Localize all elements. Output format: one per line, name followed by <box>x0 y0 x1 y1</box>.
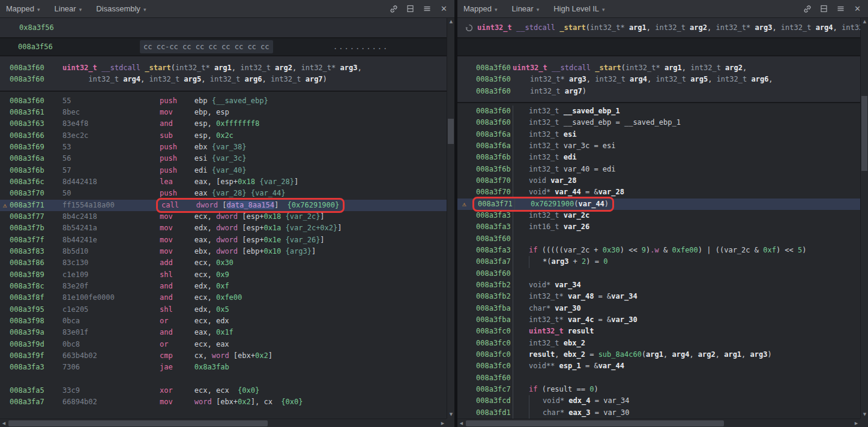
split-pane-icon[interactable] <box>819 4 828 13</box>
asm-row[interactable]: 008a3f95c1e205shl edx, 0x5 <box>0 304 447 315</box>
scrollbar-thumb[interactable] <box>8 420 268 426</box>
asm-row[interactable]: 008a3f8f81e100fe0000and ecx, 0xfe00 <box>0 292 447 303</box>
scroll-down-arrow[interactable] <box>447 411 454 419</box>
asm-row[interactable]: 008a3f8683c130add ecx, 0x30 <box>0 257 447 269</box>
hlil-signature-row[interactable]: 008a3f60uint32_t __stdcall _start(int32_… <box>457 62 860 74</box>
hlil-row[interactable]: 008a3fc0int32_t ebx_2 <box>457 338 860 349</box>
view-menu-linear[interactable]: Linear <box>512 4 540 13</box>
scroll-left-arrow[interactable] <box>457 419 465 427</box>
hlil-row[interactable]: 008a3fcdvoid* edx_4 = var_34 <box>457 395 860 407</box>
hlil-row[interactable]: 008a3f6aint32_t var_3c = esi <box>457 140 860 152</box>
hlil-row[interactable]: 008a3fa7*(arg3 + 2) = 0 <box>457 256 860 267</box>
view-menu-mapped[interactable]: Mapped <box>6 4 40 13</box>
asm-row[interactable] <box>0 374 447 385</box>
hlil-row[interactable]: 008a3fbachar* var_30 <box>457 303 860 314</box>
menu-icon[interactable] <box>836 4 845 13</box>
hexdump-row[interactable]: 008a3f56 cc cc-cc cc cc cc cc cc cc cc .… <box>0 38 447 56</box>
hlil-row[interactable]: 008a3fc0result, ebx_2 = sub_8a4c60(arg1,… <box>457 349 860 360</box>
hlil-row[interactable]: 008a3f60 <box>457 233 860 245</box>
horizontal-scrollbar[interactable] <box>0 419 447 427</box>
hlil-row[interactable]: 008a3f60int32_t __saved_ebp = __saved_eb… <box>457 117 860 128</box>
hlil-row[interactable]: 008a3fa3if (((((var_2c + 0x30) << 9).w &… <box>457 245 860 256</box>
context-address-row[interactable]: 0x8a3f56 <box>0 18 447 38</box>
asm-row[interactable]: 008a3f89c1e109shl ecx, 0x9 <box>0 269 447 281</box>
sticky-function-signature[interactable]: uint32_t __stdcall _start(int32_t* arg1,… <box>457 18 860 38</box>
token: char* <box>543 408 564 417</box>
view-menu-hlil[interactable]: High Level IL <box>553 4 604 13</box>
hlil-signature-row[interactable]: 008a3f60 int32_t arg7) <box>457 86 860 97</box>
token: __stdcall <box>516 23 555 32</box>
close-icon[interactable]: ✕ <box>853 4 862 13</box>
asm-row[interactable]: ⚠008a3f71ff1554a18a00call dword [data_8a… <box>0 200 447 211</box>
asm-row[interactable]: 008a3f8c83e20fand edx, 0xf <box>0 281 447 292</box>
reanalyze-icon[interactable] <box>465 24 477 32</box>
scrollbar-thumb[interactable] <box>861 96 867 171</box>
hlil-row[interactable]: 008a3fb2int32_t* var_48 = &var_34 <box>457 291 860 302</box>
hlil-row[interactable]: 008a3fb2void* var_34 <box>457 279 860 291</box>
close-icon[interactable]: ✕ <box>439 4 448 13</box>
hlil-row[interactable]: 008a3f6bint32_t var_40 = edi <box>457 164 860 175</box>
asm-row[interactable]: 008a3f6953push ebx {var_38} <box>0 142 447 153</box>
view-menu-linear[interactable]: Linear <box>55 4 82 13</box>
asm-row[interactable]: 008a3f6a56push esi {var_3c} <box>0 153 447 164</box>
hlil-row[interactable]: ⚠008a3f710x76291900(var_44) <box>457 199 860 210</box>
asm-row[interactable]: 008a3f6683ec2csub esp, 0x2c <box>0 130 447 142</box>
hlil-row[interactable]: 008a3f60 <box>457 268 860 279</box>
asm-row[interactable]: 008a3f618becmov ebp, esp <box>0 107 447 118</box>
hlil-row[interactable]: 008a3f6aint32_t esi <box>457 129 860 140</box>
token: if <box>529 246 537 254</box>
view-menu-mapped[interactable]: Mapped <box>463 4 498 13</box>
hlil-text: char* var_30 <box>529 304 581 312</box>
scroll-up-arrow[interactable] <box>447 18 454 26</box>
asm-row[interactable]: 008a3f6c8d442418lea eax, [esp+0x18 {var_… <box>0 176 447 188</box>
token: int32_t <box>210 75 241 83</box>
asm-row[interactable]: 008a3fa533c9xor ecx, ecx {0x0} <box>0 385 447 396</box>
scrollbar-thumb[interactable] <box>448 119 454 144</box>
scroll-right-arrow[interactable] <box>439 419 447 427</box>
hlil-row[interactable]: 008a3fd1char* eax_3 = var_30 <box>457 407 860 419</box>
asm-signature-row[interactable]: 008a3f60uint32_t __stdcall _start(int32_… <box>0 62 447 74</box>
asm-row[interactable]: 008a3fa37306jae 0x8a3fab <box>0 362 447 373</box>
scroll-left-arrow[interactable] <box>0 419 8 427</box>
asm-row[interactable]: 008a3f7f8b44241emov eax, dword [esp+0x1e… <box>0 234 447 246</box>
hlil-row[interactable]: 008a3fc7if (result == 0) <box>457 384 860 395</box>
vertical-scrollbar[interactable] <box>860 18 868 419</box>
view-menu-disassembly[interactable]: Disassembly <box>96 4 146 13</box>
asm-row[interactable]: 008a3f6b57push edi {var_40} <box>0 165 447 176</box>
scroll-up-arrow[interactable] <box>861 18 868 26</box>
vertical-scrollbar[interactable] <box>447 18 454 419</box>
asm-row[interactable]: 008a3f9d0bc8or ecx, eax <box>0 339 447 350</box>
asm-signature-row[interactable]: 008a3f60 int32_t arg4, int32_t arg5, int… <box>0 74 447 85</box>
hlil-row[interactable]: 008a3f60 <box>457 372 860 384</box>
hlil-row[interactable]: 008a3fc0void** esp_1 = &var_44 <box>457 360 860 372</box>
asm-row[interactable]: 008a3f838b5d10mov ebx, dword [ebp+0x10 {… <box>0 246 447 257</box>
asm-row[interactable]: 008a3f980bcaor ecx, edx <box>0 315 447 327</box>
hlil-row[interactable]: 008a3f6bint32_t edi <box>457 152 860 163</box>
asm-row[interactable]: 008a3fa766894b02mov word [ebx+0x2], cx {… <box>0 396 447 408</box>
hlil-row[interactable]: 008a3fbaint32_t* var_4c = &var_30 <box>457 314 860 326</box>
asm-row[interactable]: 008a3f7b8b54241amov edx, dword [esp+0x1a… <box>0 222 447 234</box>
hlil-row[interactable]: 008a3fa3int16_t var_26 <box>457 221 860 233</box>
scrollbar-thumb[interactable] <box>466 420 724 426</box>
hlil-signature-row[interactable]: 008a3f60 int32_t* arg3, int32_t arg4, in… <box>457 74 860 85</box>
menu-icon[interactable] <box>423 4 432 13</box>
horizontal-scrollbar[interactable] <box>457 419 860 427</box>
hlil-row[interactable]: 008a3f60int32_t __saved_ebp_1 <box>457 106 860 117</box>
hlil-row[interactable]: 008a3fc0uint32_t result <box>457 326 860 337</box>
link-icon[interactable] <box>389 4 398 13</box>
hex-bytes[interactable]: cc cc-cc cc cc cc cc cc cc cc <box>140 40 273 53</box>
asm-row[interactable]: 008a3f9a83e01fand eax, 0x1f <box>0 327 447 338</box>
token <box>173 363 194 371</box>
split-pane-icon[interactable] <box>406 4 415 13</box>
scroll-down-arrow[interactable] <box>861 411 868 419</box>
asm-row[interactable]: 008a3f9f663b4b02cmp cx, word [ebx+0x2] <box>0 350 447 362</box>
asm-row[interactable]: 008a3f6383e4f8and esp, 0xfffffff8 <box>0 118 447 130</box>
hlil-row[interactable]: 008a3f70void var_28 <box>457 175 860 187</box>
token: dword <box>216 212 238 221</box>
token: var_40 = edi <box>559 165 616 173</box>
scroll-right-arrow[interactable] <box>852 419 860 427</box>
token: 0x2c <box>216 131 234 140</box>
asm-row[interactable]: 008a3f6055push ebp {__saved_ebp} <box>0 95 447 107</box>
link-icon[interactable] <box>803 4 812 13</box>
hlil-line: 008a3fd1char* eax_3 = var_30 <box>476 408 630 417</box>
